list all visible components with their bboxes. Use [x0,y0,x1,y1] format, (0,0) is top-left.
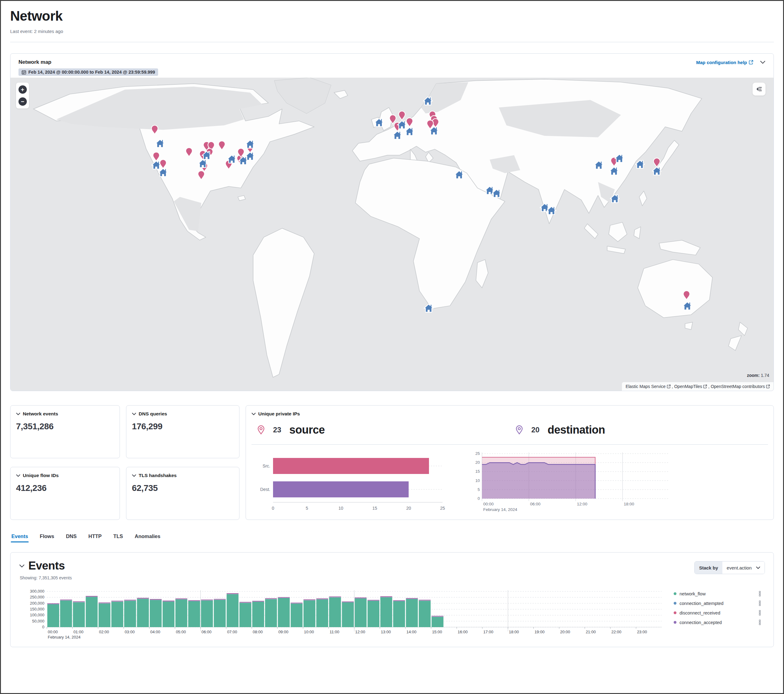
histogram-bar-segment[interactable] [342,601,354,602]
histogram-bar-segment[interactable] [252,601,264,602]
histogram-bar-segment[interactable] [60,600,72,600]
histogram-bar-segment[interactable] [380,597,392,627]
histogram-bar-segment[interactable] [201,600,213,600]
histogram-bar-segment[interactable] [137,598,149,598]
histogram-bar-segment[interactable] [227,594,239,627]
histogram-bar-segment[interactable] [214,599,226,600]
tab-anomalies[interactable]: Anomalies [134,532,161,544]
histogram-bar-segment[interactable] [419,601,431,627]
histogram-bar-segment[interactable] [99,602,110,603]
collapse-chevron-icon[interactable] [252,413,256,415]
histogram-bar-segment[interactable] [432,616,443,617]
histogram-bar-segment[interactable] [99,603,110,603]
histogram-bar-segment[interactable] [278,597,290,598]
histogram-bar-segment[interactable] [137,599,149,627]
attribution-link[interactable]: OpenStreetMap contributors [711,384,770,389]
histogram-bar-segment[interactable] [355,598,367,598]
histogram-bar-segment[interactable] [188,601,200,627]
collapse-chevron-icon[interactable] [16,474,20,477]
histogram-bar-segment[interactable] [188,600,200,601]
histogram-bar-segment[interactable] [175,598,188,599]
histogram-bar-segment[interactable] [111,601,123,602]
histogram-bar-segment[interactable] [265,599,277,599]
histogram-bar-segment[interactable] [278,598,290,598]
histogram-bar-segment[interactable] [355,598,367,627]
map-zoom-out-button[interactable]: − [18,97,27,106]
histogram-bar-segment[interactable] [393,600,405,601]
histogram-bar-segment[interactable] [393,601,405,601]
histogram-bar-segment[interactable] [380,597,392,597]
histogram-bar-segment[interactable] [316,599,328,599]
histogram-bar-segment[interactable] [432,617,443,617]
histogram-bar-segment[interactable] [406,598,418,598]
histogram-bar-segment[interactable] [406,599,418,599]
histogram-bar-segment[interactable] [137,598,149,598]
histogram-bar-segment[interactable] [124,600,136,600]
histogram-bar-segment[interactable] [227,593,239,593]
histogram-bar-segment[interactable] [303,600,316,600]
histogram-bar-segment[interactable] [316,598,328,599]
histogram-bar-segment[interactable] [124,601,136,627]
histogram-bar-segment[interactable] [355,598,367,598]
histogram-bar-segment[interactable] [380,597,392,597]
histogram-bar-segment[interactable] [291,602,303,603]
histogram-bar-segment[interactable] [86,597,98,627]
histogram-bar-segment[interactable] [432,617,443,627]
map-configuration-help-link[interactable]: Map configuration help [696,60,753,65]
histogram-bar-segment[interactable] [278,598,290,627]
histogram-bar-segment[interactable] [48,604,59,604]
histogram-bar-segment[interactable] [111,602,123,627]
legend-actions-kebab-icon[interactable] [759,591,761,596]
histogram-bar-segment[interactable] [419,600,431,600]
histogram-bar-segment[interactable] [73,602,85,602]
histogram-bar-segment[interactable] [214,599,226,599]
histogram-bar-segment[interactable] [239,602,252,603]
map-zoom-in-button[interactable]: + [18,86,27,94]
attribution-link[interactable]: Elastic Maps Service [626,384,670,389]
histogram-bar-segment[interactable] [368,600,380,600]
histogram-bar-segment[interactable] [201,601,213,627]
histogram-bar-segment[interactable] [265,599,277,627]
histogram-bar-segment[interactable] [393,601,405,627]
histogram-bar-segment[interactable] [316,599,328,627]
legend-actions-kebab-icon[interactable] [759,620,761,625]
histogram-bar-segment[interactable] [252,601,264,601]
tab-http[interactable]: HTTP [88,532,102,544]
histogram-bar-segment[interactable] [252,602,264,627]
legend-item-connection_accepted[interactable]: connection_accepted [674,618,765,627]
tab-flows[interactable]: Flows [39,532,55,544]
histogram-bar-segment[interactable] [111,601,123,601]
histogram-bar-segment[interactable] [214,600,226,600]
map-canvas[interactable]: + − zoom: 1.74 Elastic Maps Service , Op… [10,77,774,391]
stack-by-select[interactable]: event.action [722,562,764,574]
histogram-bar-segment[interactable] [380,596,392,597]
map-layers-toggle-button[interactable] [753,82,766,96]
histogram-bar-segment[interactable] [303,600,316,600]
collapse-chevron-icon[interactable] [132,474,136,477]
histogram-bar-segment[interactable] [99,603,110,627]
histogram-bar-segment[interactable] [48,604,59,627]
histogram-bar-segment[interactable] [239,602,252,602]
bar-Dest.[interactable] [273,481,408,498]
histogram-bar-segment[interactable] [163,601,175,601]
histogram-bar-segment[interactable] [265,598,277,598]
histogram-bar-segment[interactable] [86,597,98,597]
histogram-bar-segment[interactable] [227,594,239,594]
histogram-bar-segment[interactable] [124,600,136,601]
histogram-bar-segment[interactable] [329,596,341,597]
histogram-bar-segment[interactable] [60,601,72,627]
tab-tls[interactable]: TLS [113,532,124,544]
histogram-bar-segment[interactable] [60,600,72,601]
histogram-bar-segment[interactable] [175,599,188,599]
histogram-bar-segment[interactable] [419,600,431,601]
histogram-bar-segment[interactable] [291,604,303,627]
histogram-bar-segment[interactable] [239,603,252,627]
histogram-bar-segment[interactable] [303,599,316,600]
attribution-link[interactable]: OpenMapTiles [674,384,707,389]
histogram-bar-segment[interactable] [201,599,213,600]
histogram-bar-segment[interactable] [137,598,149,599]
histogram-bar-segment[interactable] [73,602,85,627]
histogram-bar-segment[interactable] [175,599,188,627]
collapse-chevron-icon[interactable] [19,564,25,568]
histogram-bar-segment[interactable] [99,603,110,603]
